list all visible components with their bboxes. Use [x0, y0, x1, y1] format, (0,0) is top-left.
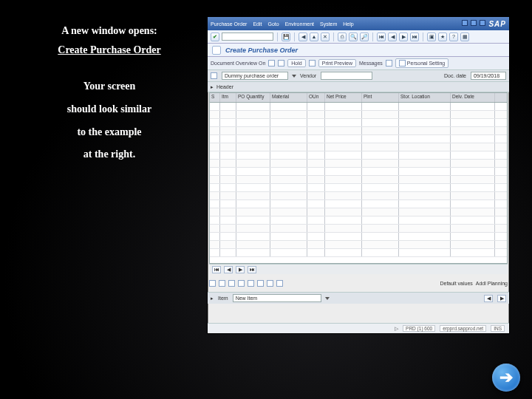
- table-cell[interactable]: [362, 200, 399, 208]
- table-cell[interactable]: [270, 160, 307, 167]
- table-cell[interactable]: [325, 184, 362, 191]
- table-cell[interactable]: [236, 143, 270, 151]
- table-cell[interactable]: [270, 200, 307, 208]
- table-cell[interactable]: [399, 184, 451, 191]
- table-cell[interactable]: [236, 192, 270, 200]
- table-cell[interactable]: [307, 208, 325, 216]
- status-nav-icon[interactable]: ▷: [395, 326, 398, 332]
- table-cell[interactable]: [325, 135, 362, 143]
- table-cell[interactable]: [399, 135, 451, 143]
- table-cell[interactable]: [270, 119, 307, 126]
- menu-help[interactable]: Help: [343, 21, 353, 27]
- table-cell[interactable]: [220, 184, 236, 191]
- exit-icon[interactable]: ▲: [310, 33, 318, 41]
- table-cell[interactable]: [270, 216, 307, 224]
- table-cell[interactable]: [307, 119, 325, 126]
- table-cell[interactable]: [325, 119, 362, 126]
- check-icon[interactable]: [309, 60, 316, 66]
- table-cell[interactable]: [270, 127, 307, 134]
- table-row[interactable]: [210, 225, 507, 233]
- menu-system[interactable]: System: [320, 21, 337, 27]
- menu-purchase-order[interactable]: Purchase Order: [211, 21, 247, 27]
- table-cell[interactable]: [307, 225, 325, 232]
- table-row[interactable]: [210, 208, 507, 216]
- table-row[interactable]: [210, 241, 507, 249]
- print-icon[interactable]: ⎙: [338, 33, 347, 41]
- table-cell[interactable]: [210, 225, 220, 232]
- other-po-icon[interactable]: [278, 60, 284, 66]
- table-cell[interactable]: [236, 216, 270, 224]
- table-cell[interactable]: [236, 127, 270, 134]
- cancel-icon[interactable]: ✕: [321, 33, 330, 41]
- table-cell[interactable]: [325, 225, 362, 232]
- vendor-field[interactable]: [321, 72, 372, 80]
- table-row[interactable]: [210, 160, 507, 168]
- table-cell[interactable]: [210, 151, 220, 159]
- table-cell[interactable]: [270, 184, 307, 191]
- copy-icon[interactable]: [228, 280, 235, 287]
- table-cell[interactable]: [325, 208, 362, 216]
- table-cell[interactable]: [307, 111, 325, 118]
- table-cell[interactable]: [362, 249, 399, 256]
- item-prev-icon[interactable]: ◀: [484, 295, 493, 302]
- table-row[interactable]: [210, 127, 507, 135]
- enter-icon[interactable]: ✔: [211, 33, 219, 41]
- table-cell[interactable]: [220, 111, 236, 118]
- command-field[interactable]: [222, 33, 273, 41]
- addl-planning-button[interactable]: Addl Planning: [476, 281, 508, 286]
- table-cell[interactable]: [210, 192, 220, 200]
- table-cell[interactable]: [236, 176, 270, 183]
- table-cell[interactable]: [307, 127, 325, 134]
- table-cell[interactable]: [399, 216, 451, 224]
- col-qty[interactable]: PO Quantity: [236, 93, 270, 102]
- table-cell[interactable]: [451, 225, 495, 232]
- table-cell[interactable]: [307, 151, 325, 159]
- table-cell[interactable]: [236, 184, 270, 191]
- menu-goto[interactable]: Goto: [267, 21, 279, 27]
- table-cell[interactable]: [270, 168, 307, 175]
- table-cell[interactable]: [451, 241, 495, 248]
- expand-item-icon[interactable]: ▸: [211, 296, 214, 301]
- table-cell[interactable]: [362, 111, 399, 118]
- table-cell[interactable]: [210, 168, 220, 175]
- table-cell[interactable]: [399, 111, 451, 118]
- item-next-icon[interactable]: ▶: [497, 295, 506, 302]
- table-cell[interactable]: [399, 233, 451, 240]
- table-cell[interactable]: [362, 241, 399, 248]
- expand-header-icon[interactable]: ▸: [211, 84, 214, 90]
- deselect-all-icon[interactable]: [219, 280, 225, 287]
- table-cell[interactable]: [236, 119, 270, 126]
- table-cell[interactable]: [399, 225, 451, 232]
- window-maximize-icon[interactable]: [471, 20, 477, 26]
- table-cell[interactable]: [307, 233, 325, 240]
- table-cell[interactable]: [362, 160, 399, 167]
- col-storloc[interactable]: Stor. Location: [399, 93, 451, 102]
- table-cell[interactable]: [220, 176, 236, 183]
- table-cell[interactable]: [451, 160, 495, 167]
- table-cell[interactable]: [270, 241, 307, 248]
- table-cell[interactable]: [307, 241, 325, 248]
- table-cell[interactable]: [307, 135, 325, 143]
- table-cell[interactable]: [236, 151, 270, 159]
- table-cell[interactable]: [220, 119, 236, 126]
- table-cell[interactable]: [210, 241, 220, 248]
- table-cell[interactable]: [325, 151, 362, 159]
- table-row[interactable]: [210, 143, 507, 151]
- table-cell[interactable]: [210, 119, 220, 126]
- table-cell[interactable]: [399, 200, 451, 208]
- table-row[interactable]: [210, 200, 507, 208]
- doc-type-field[interactable]: Dummy purchase order: [222, 72, 288, 80]
- window-minimize-icon[interactable]: [462, 20, 468, 26]
- table-cell[interactable]: [399, 249, 451, 256]
- find-next-icon[interactable]: 🔎: [360, 33, 369, 41]
- table-cell[interactable]: [399, 176, 451, 183]
- table-cell[interactable]: [451, 249, 495, 256]
- table-cell[interactable]: [236, 168, 270, 175]
- messages-button[interactable]: Messages: [359, 61, 383, 66]
- table-cell[interactable]: [220, 135, 236, 143]
- info-icon[interactable]: [386, 60, 392, 66]
- chevron-down-icon[interactable]: [292, 75, 296, 78]
- table-cell[interactable]: [325, 249, 362, 256]
- default-values-button[interactable]: Default values: [440, 281, 472, 286]
- table-cell[interactable]: [399, 119, 451, 126]
